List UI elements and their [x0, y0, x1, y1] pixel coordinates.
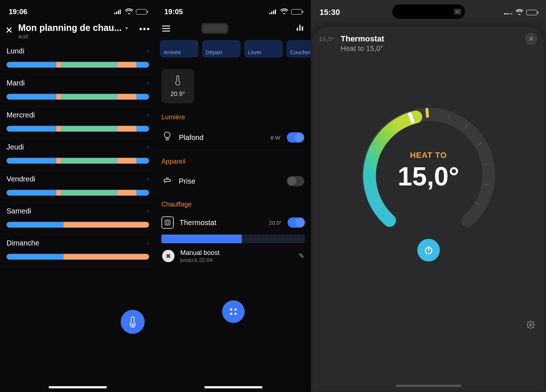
scene-chip[interactable]: Coucher	[286, 40, 311, 57]
day-row[interactable]: Samedi›	[0, 203, 156, 235]
wifi-icon	[125, 8, 133, 16]
day-row[interactable]: Vendredi›	[0, 171, 156, 203]
settings-button[interactable]	[526, 320, 536, 332]
svg-rect-3	[120, 9, 121, 14]
day-name: Samedi	[7, 207, 31, 215]
more-button[interactable]: •••	[139, 24, 150, 34]
section-heading-light: Lumière	[156, 106, 311, 125]
stats-icon[interactable]	[296, 23, 304, 33]
toggle-thermostat[interactable]	[288, 217, 305, 228]
power-button[interactable]	[417, 239, 440, 261]
schedule-subtitle: Actif	[18, 34, 134, 40]
svg-rect-13	[166, 138, 168, 140]
svg-point-31	[527, 321, 534, 328]
boost-subtitle: jusqu'à 22:04	[180, 257, 293, 263]
device-label: Prise	[179, 177, 280, 185]
chevron-right-icon: ›	[147, 79, 149, 87]
status-time: 19:05	[164, 8, 183, 16]
thermometer-icon	[174, 75, 181, 88]
svg-rect-15	[166, 221, 169, 224]
thermostat-slider[interactable]	[161, 235, 305, 243]
manual-boost-row[interactable]: Manual boost jusqu'à 22:04 ✎	[156, 243, 311, 269]
day-row[interactable]: Jeudi›	[0, 139, 156, 171]
chevron-down-icon[interactable]: ▾	[125, 25, 128, 31]
edit-icon[interactable]: ✎	[299, 252, 304, 260]
device-label: Plafond	[179, 133, 264, 142]
stop-icon[interactable]	[162, 250, 174, 262]
svg-point-4	[132, 324, 134, 326]
day-name: Jeudi	[7, 143, 24, 151]
temperature-tile[interactable]: 20.9°	[161, 69, 194, 103]
status-bar: 19:06	[0, 0, 156, 18]
thermostat-sheet: 16,5° Thermostat Heat to 15,0° ✕	[312, 26, 545, 391]
toggle-plafond[interactable]	[287, 132, 304, 143]
schedule-bar	[7, 126, 149, 132]
svg-line-39	[533, 321, 534, 322]
device-meta: 8 W	[270, 135, 280, 141]
boost-title: Manual boost	[180, 249, 293, 257]
wifi-icon	[515, 8, 523, 17]
scenes-fab[interactable]	[222, 300, 245, 323]
svg-line-38	[533, 327, 534, 328]
home-indicator[interactable]	[204, 386, 262, 388]
home-indicator[interactable]	[396, 385, 461, 387]
scene-chip[interactable]: Arrivée	[160, 40, 198, 57]
plug-icon	[162, 176, 172, 187]
chevron-right-icon: ›	[147, 207, 149, 215]
thermostat-icon	[161, 216, 174, 229]
schedule-bar	[7, 190, 149, 196]
day-name: Lundi	[7, 47, 24, 55]
svg-rect-9	[297, 28, 298, 31]
toggle-prise[interactable]	[287, 176, 304, 186]
bulb-icon	[162, 131, 172, 144]
scene-chip[interactable]: Lever	[244, 40, 283, 57]
dynamic-island[interactable]: tv	[392, 4, 465, 19]
current-temp-dim: 16,5°	[319, 36, 334, 43]
thermo-fab[interactable]	[121, 310, 145, 334]
device-plafond[interactable]: Plafond 8 W	[156, 125, 311, 151]
battery-icon	[136, 9, 147, 15]
svg-rect-2	[118, 11, 119, 14]
status-icons	[269, 8, 302, 16]
thermostat-dial[interactable]: HEAT TO 15,0°	[358, 100, 499, 242]
chevron-right-icon: ›	[147, 239, 149, 247]
svg-rect-1	[116, 12, 117, 14]
close-button[interactable]: ✕	[5, 25, 13, 36]
chevron-right-icon: ›	[147, 47, 149, 55]
battery-icon	[526, 10, 537, 15]
close-button[interactable]: ✕	[525, 33, 537, 45]
svg-point-18	[509, 13, 510, 15]
schedule-bar	[7, 158, 149, 164]
svg-rect-8	[275, 9, 276, 14]
schedule-header: ✕ Mon planning de chau... ▾ Actif •••	[0, 18, 156, 43]
day-row[interactable]: Dimanche›	[0, 235, 156, 267]
room-name-blurred	[202, 23, 228, 33]
day-name: Dimanche	[7, 239, 39, 247]
status-icons	[114, 8, 147, 16]
menu-button[interactable]	[162, 25, 170, 32]
svg-point-32	[530, 324, 532, 326]
schedule-bar	[7, 94, 149, 100]
device-prise[interactable]: Prise	[156, 169, 311, 193]
schedule-screen: 19:06 ✕ Mon planning de chau... ▾ Actif …	[0, 0, 156, 392]
chevron-right-icon: ›	[147, 143, 149, 151]
day-name: Vendredi	[7, 175, 35, 183]
home-indicator[interactable]	[49, 386, 107, 388]
device-label[interactable]: Thermostat	[180, 219, 263, 227]
wifi-icon	[280, 8, 288, 16]
section-heading-appliance: Appareil	[156, 151, 311, 169]
svg-point-16	[504, 13, 506, 15]
dial-label: HEAT TO	[410, 151, 447, 160]
schedule-title[interactable]: Mon planning de chau...	[18, 23, 122, 33]
schedule-bar	[7, 62, 149, 68]
scene-chip[interactable]: Départ	[202, 40, 241, 57]
svg-line-37	[527, 321, 528, 322]
day-row[interactable]: Mercredi›	[0, 107, 156, 139]
status-time: 19:06	[9, 8, 27, 16]
svg-rect-11	[302, 26, 303, 31]
day-row[interactable]: Lundi›	[0, 43, 156, 75]
svg-rect-0	[114, 13, 115, 14]
day-name: Mardi	[7, 79, 25, 87]
scene-chips: ArrivéeDépartLeverCoucher	[156, 37, 311, 60]
day-row[interactable]: Mardi›	[0, 75, 156, 107]
